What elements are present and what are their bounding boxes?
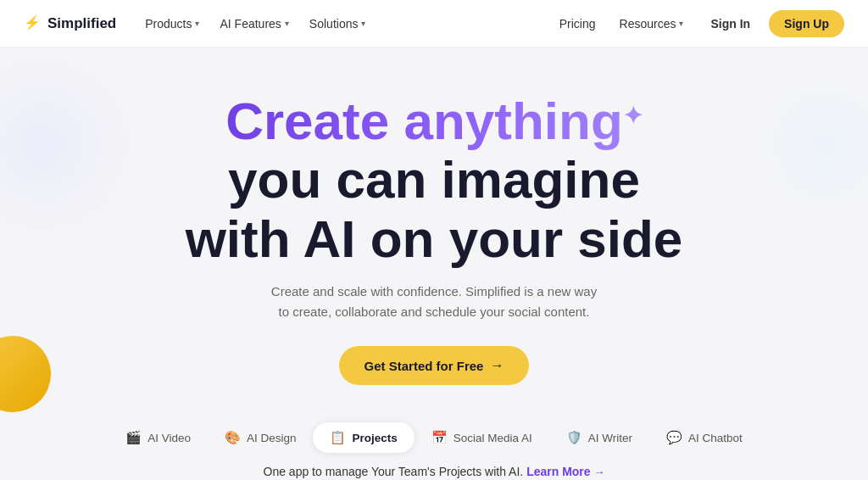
nav-items-left: Products ▾ AI Features ▾ Solutions ▾ bbox=[136, 12, 374, 36]
ai-chatbot-tab-icon: 💬 bbox=[666, 430, 682, 445]
hero-subtitle: Create and scale with confidence. Simpli… bbox=[271, 282, 597, 322]
bottom-banner-text: One app to manage Your Team's Projects w… bbox=[264, 465, 524, 478]
hero-line2: you can imagine bbox=[186, 150, 683, 209]
ai-video-tab-label: AI Video bbox=[147, 432, 191, 444]
nav-products[interactable]: Products ▾ bbox=[136, 12, 208, 36]
hero-line1: Create anything✦ bbox=[186, 92, 683, 150]
solutions-chevron-icon: ▾ bbox=[361, 19, 365, 28]
projects-tab-label: Projects bbox=[352, 432, 397, 444]
nav-resources[interactable]: Resources ▾ bbox=[611, 12, 693, 36]
cta-button[interactable]: Get Started for Free → bbox=[339, 346, 530, 385]
resources-chevron-icon: ▾ bbox=[679, 19, 683, 28]
tab-ai-video[interactable]: 🎬AI Video bbox=[108, 422, 208, 453]
learn-more-arrow-icon: → bbox=[593, 466, 604, 478]
feature-tabs: 🎬AI Video🎨AI Design📋Projects📅Social Medi… bbox=[108, 422, 760, 453]
logo[interactable]: ⚡ Simplified bbox=[24, 14, 116, 33]
signup-button[interactable]: Sign Up bbox=[769, 10, 844, 37]
nav-solutions[interactable]: Solutions ▾ bbox=[301, 12, 375, 36]
cta-label: Get Started for Free bbox=[364, 359, 484, 373]
ai-chatbot-tab-label: AI Chatbot bbox=[688, 432, 743, 444]
ai-writer-tab-icon: 🛡️ bbox=[566, 430, 582, 445]
tab-social-media-ai[interactable]: 📅Social Media AI bbox=[415, 422, 549, 453]
tab-ai-writer[interactable]: 🛡️AI Writer bbox=[549, 422, 649, 453]
learn-more-link[interactable]: Learn More → bbox=[526, 465, 604, 478]
logo-icon: ⚡ bbox=[24, 14, 42, 33]
tab-ai-design[interactable]: 🎨AI Design bbox=[208, 422, 314, 453]
ai-features-chevron-icon: ▾ bbox=[285, 19, 289, 28]
navigation: ⚡ Simplified Products ▾ AI Features ▾ So… bbox=[0, 0, 868, 47]
nav-pricing[interactable]: Pricing bbox=[551, 12, 604, 36]
sparkle-icon: ✦ bbox=[623, 103, 643, 129]
projects-tab-icon: 📋 bbox=[330, 430, 346, 445]
ai-video-tab-icon: 🎬 bbox=[125, 430, 142, 445]
tab-ai-chatbot[interactable]: 💬AI Chatbot bbox=[649, 422, 760, 453]
nav-left: ⚡ Simplified Products ▾ AI Features ▾ So… bbox=[24, 12, 374, 36]
cta-arrow-icon: → bbox=[490, 358, 504, 373]
signin-button[interactable]: Sign In bbox=[698, 10, 762, 37]
hero-section: Create anything✦ you can imagine with AI… bbox=[0, 47, 868, 478]
ai-writer-tab-label: AI Writer bbox=[588, 432, 632, 444]
logo-text: Simplified bbox=[47, 15, 116, 32]
hero-line3: with AI on your side bbox=[186, 209, 683, 268]
nav-right: Pricing Resources ▾ Sign In Sign Up bbox=[551, 10, 844, 37]
ai-design-tab-icon: 🎨 bbox=[225, 430, 241, 445]
products-chevron-icon: ▾ bbox=[195, 19, 199, 28]
bottom-banner: One app to manage Your Team's Projects w… bbox=[264, 465, 605, 478]
hero-title: Create anything✦ you can imagine with AI… bbox=[186, 92, 683, 268]
social-media-ai-tab-label: Social Media AI bbox=[453, 432, 532, 444]
social-media-ai-tab-icon: 📅 bbox=[431, 430, 448, 445]
tab-projects[interactable]: 📋Projects bbox=[313, 422, 414, 453]
nav-ai-features[interactable]: AI Features ▾ bbox=[211, 12, 297, 36]
ai-design-tab-label: AI Design bbox=[247, 432, 297, 444]
